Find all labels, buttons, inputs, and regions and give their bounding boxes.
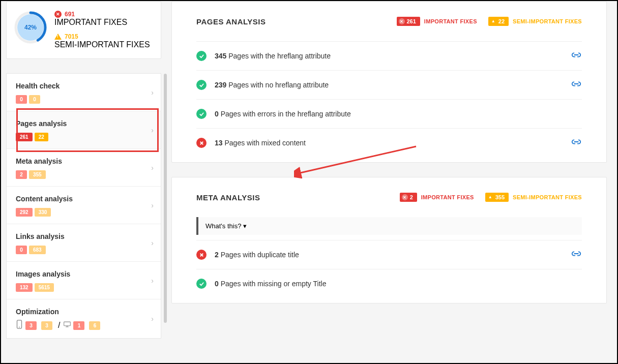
check-icon [196, 279, 207, 289]
desktop-icon [64, 320, 71, 331]
link-icon[interactable] [571, 80, 582, 90]
check-icon [196, 109, 207, 119]
count-badge: 2 [16, 170, 27, 179]
chevron-right-icon: › [151, 315, 154, 323]
important-badge-label: IMPORTANT FIXES [424, 18, 477, 24]
count-badge: 0 [16, 95, 27, 104]
panel-title: META ANALYSIS [196, 193, 400, 202]
count-badge: 22 [35, 133, 48, 141]
svg-rect-5 [64, 322, 71, 326]
chevron-right-icon: › [151, 277, 154, 285]
pages-analysis-panel: PAGES ANALYSIS ✕261 IMPORTANT FIXES ▲22 … [171, 1, 607, 163]
semi-badge-label: SEMI-IMPORTANT FIXES [513, 194, 582, 200]
sidebar-item-label: Pages analysis [16, 119, 152, 128]
count-badge: 132 [16, 283, 33, 292]
count-badge: 0 [16, 246, 27, 254]
sidebar-item-content-analysis[interactable]: Content analysis292330› [7, 187, 161, 224]
link-icon[interactable] [571, 51, 582, 61]
error-icon [196, 250, 207, 260]
sidebar-item-label: Images analysis [16, 270, 152, 278]
scrollbar[interactable] [164, 74, 167, 323]
whats-this-toggle[interactable]: What's this? ▾ [196, 217, 582, 235]
error-icon: ✕ [54, 11, 62, 18]
count-badge: 261 [16, 133, 33, 141]
meta-analysis-panel: META ANALYSIS ✕2 IMPORTANT FIXES ▲355 SE… [171, 177, 607, 304]
issue-row[interactable]: 345 Pages with the hreflang attribute [196, 41, 582, 70]
sidebar-item-images-analysis[interactable]: Images analysis1325615› [7, 262, 161, 299]
semi-badge-label: SEMI-IMPORTANT FIXES [513, 18, 582, 24]
important-badge: ✕2 [400, 193, 417, 202]
sidebar-item-optimization[interactable]: Optimization33/16› [7, 299, 161, 338]
link-icon[interactable] [571, 250, 582, 260]
chevron-right-icon: › [151, 239, 154, 247]
count-badge: 1 [73, 321, 84, 330]
count-badge: 6 [89, 321, 100, 330]
semi-important-label: SEMI-IMPORTANT FIXES [54, 40, 150, 49]
summary-card: 42% ✕ 691 IMPORTANT FIXES 7015 SEMI-IMPO… [6, 1, 161, 59]
count-badge: 330 [35, 208, 51, 217]
issue-row[interactable]: 239 Pages with no hreflang attribute [196, 70, 582, 99]
semi-badge: ▲355 [485, 193, 509, 202]
issue-row[interactable]: 13 Pages with mixed content [196, 128, 582, 157]
semi-important-count: 7015 [65, 33, 78, 40]
issue-row[interactable]: 2 Pages with duplicate title [196, 240, 582, 269]
link-icon[interactable] [571, 138, 582, 148]
count-badge: 355 [29, 170, 46, 179]
count-badge: 292 [16, 208, 33, 217]
issue-text: 2 Pages with duplicate title [215, 251, 563, 259]
sidebar-item-label: Links analysis [16, 232, 152, 240]
sidebar-item-health-check[interactable]: Health check00› [7, 74, 161, 111]
issue-text: 345 Pages with the hreflang attribute [215, 52, 563, 60]
count-badge: 0 [29, 95, 40, 104]
health-score-donut: 42% [14, 11, 47, 44]
sidebar-item-links-analysis[interactable]: Links analysis0683› [7, 224, 161, 262]
issue-row[interactable]: 0 Pages with errors in the hreflang attr… [196, 99, 582, 128]
sidebar-item-label: Optimization [16, 308, 152, 316]
count-badge: 683 [29, 246, 46, 254]
count-badge: 3 [25, 321, 37, 330]
chevron-right-icon: › [151, 164, 154, 172]
check-icon [196, 51, 207, 61]
panel-title: PAGES ANALYSIS [196, 17, 397, 26]
issue-text: 0 Pages with missing or empty Title [215, 280, 582, 288]
count-badge: 5615 [35, 283, 54, 292]
health-percent: 42% [24, 24, 37, 31]
sidebar-item-meta-analysis[interactable]: Meta analysis2355› [7, 149, 161, 187]
chevron-right-icon: › [151, 126, 154, 134]
issue-text: 13 Pages with mixed content [215, 139, 563, 147]
issue-text: 0 Pages with errors in the hreflang attr… [215, 110, 582, 118]
chevron-right-icon: › [151, 201, 154, 209]
semi-badge: ▲22 [488, 17, 509, 26]
important-badge: ✕261 [397, 17, 420, 26]
sidebar-item-label: Content analysis [16, 195, 152, 203]
chevron-right-icon: › [151, 88, 154, 97]
count-badge: 3 [41, 321, 52, 330]
warning-icon [54, 34, 62, 40]
sidebar-item-label: Health check [16, 82, 152, 90]
sidebar-item-pages-analysis[interactable]: Pages analysis26122› [7, 111, 161, 149]
svg-point-4 [19, 327, 20, 328]
important-count: 691 [65, 11, 75, 18]
important-badge-label: IMPORTANT FIXES [421, 194, 474, 200]
check-icon [196, 80, 207, 90]
sidebar-item-label: Meta analysis [16, 157, 152, 165]
sidebar-nav: Health check00›Pages analysis26122›Meta … [6, 73, 161, 339]
issue-row[interactable]: 0 Pages with missing or empty Title [196, 269, 582, 298]
important-label: IMPORTANT FIXES [54, 18, 150, 27]
error-icon [196, 138, 207, 148]
issue-text: 239 Pages with no hreflang attribute [215, 81, 563, 89]
mobile-icon [16, 320, 23, 331]
